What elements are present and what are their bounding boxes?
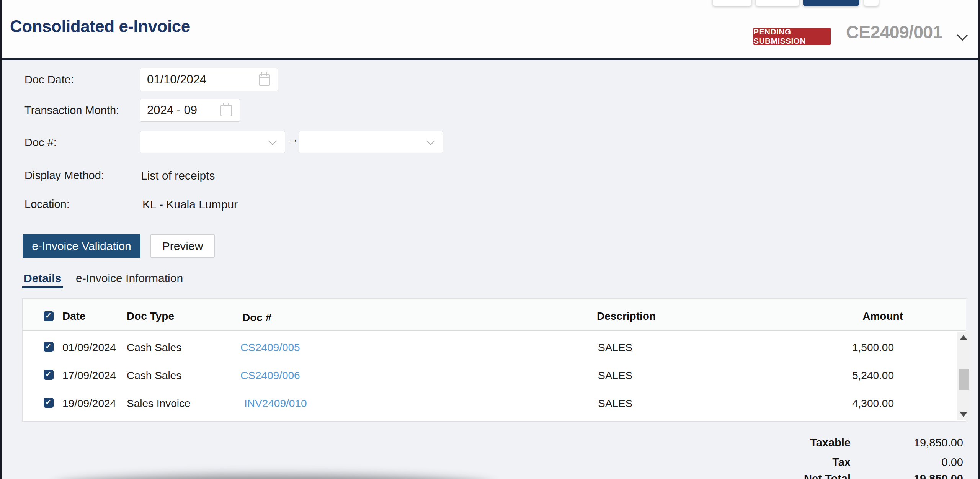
toolbar-button-1[interactable] — [712, 0, 752, 6]
cell-description: SALES — [598, 397, 632, 410]
tab-einvoice-information[interactable]: e-Invoice Information — [76, 272, 183, 285]
document-number: CE2409/001 — [846, 21, 942, 43]
cell-description: SALES — [598, 369, 632, 382]
cell-date: 01/09/2024 — [62, 342, 116, 354]
column-header-date: Date — [62, 310, 86, 322]
chevron-down-icon[interactable] — [957, 30, 968, 41]
arrow-right-icon: → — [287, 132, 299, 145]
bottom-shadow — [54, 476, 494, 479]
display-method-label: Display Method: — [24, 169, 104, 182]
row-checkbox[interactable] — [44, 342, 54, 352]
column-header-doc-no: Doc # — [242, 312, 271, 324]
net-total-label: Net Total — [804, 472, 851, 479]
page-header: Consolidated e-Invoice PENDING SUBMISSIO… — [2, 0, 978, 60]
doc-no-link[interactable]: INV2409/010 — [244, 397, 307, 410]
doc-number-to-select[interactable] — [299, 131, 443, 153]
doc-no-link[interactable]: CS2409/006 — [240, 369, 300, 382]
column-header-amount: Amount — [862, 310, 903, 322]
taxable-value: 19,850.00 — [914, 436, 963, 449]
table-header-row: Date Doc Type Doc # Description Amount — [23, 299, 966, 331]
column-header-doc-type: Doc Type — [127, 310, 174, 322]
chevron-down-icon[interactable] — [426, 137, 435, 145]
window-right-border — [978, 0, 980, 479]
calendar-icon[interactable] — [220, 105, 232, 116]
calendar-icon[interactable] — [259, 74, 270, 86]
einvoice-validation-button[interactable]: e-Invoice Validation — [23, 234, 140, 258]
transaction-month-label: Transaction Month: — [24, 104, 119, 117]
toolbar-primary-button[interactable] — [803, 0, 859, 6]
toolbar-button-2[interactable] — [755, 0, 800, 6]
page-title: Consolidated e-Invoice — [10, 17, 190, 36]
table-row: 17/09/2024 Cash Sales CS2409/006 SALES 5… — [23, 361, 957, 389]
doc-date-input[interactable]: 01/10/2024 — [140, 68, 278, 91]
row-checkbox[interactable] — [44, 398, 54, 408]
cell-doc-type: Sales Invoice — [127, 397, 191, 410]
cell-amount: 4,300.00 — [852, 397, 894, 410]
chevron-down-icon[interactable] — [268, 137, 277, 145]
net-total-value: 19,850.00 — [914, 472, 963, 479]
cell-date: 17/09/2024 — [62, 369, 116, 382]
status-badge: PENDING SUBMISSION — [753, 28, 831, 45]
location-label: Location: — [24, 198, 70, 211]
vertical-scrollbar[interactable] — [957, 332, 970, 420]
transaction-month-value: 2024 - 09 — [147, 103, 197, 117]
doc-date-label: Doc Date: — [24, 74, 74, 86]
row-checkbox[interactable] — [44, 370, 54, 380]
preview-button[interactable]: Preview — [150, 234, 215, 258]
table-row: 19/09/2024 Sales Invoice INV2409/010 SAL… — [23, 389, 957, 417]
table-row: 01/09/2024 Cash Sales CS2409/005 SALES 1… — [23, 333, 957, 361]
doc-number-label: Doc #: — [24, 136, 57, 149]
scroll-up-icon[interactable] — [960, 335, 967, 340]
toolbar-icon-button[interactable] — [864, 0, 879, 6]
doc-number-from-select[interactable] — [140, 131, 285, 153]
tab-details[interactable]: Details — [24, 272, 61, 285]
taxable-label: Taxable — [810, 436, 851, 449]
cell-date: 19/09/2024 — [62, 397, 116, 410]
cell-amount: 1,500.00 — [852, 342, 894, 354]
consolidated-einvoice-page: Consolidated e-Invoice PENDING SUBMISSIO… — [0, 0, 980, 479]
transaction-month-input[interactable]: 2024 - 09 — [140, 99, 240, 122]
cell-amount: 5,240.00 — [852, 369, 894, 382]
doc-date-value: 01/10/2024 — [147, 73, 206, 87]
doc-no-link[interactable]: CS2409/005 — [240, 342, 300, 354]
window-left-border — [0, 0, 2, 479]
scrollbar-thumb[interactable] — [959, 369, 969, 390]
cell-description: SALES — [598, 342, 632, 354]
column-header-description: Description — [597, 310, 656, 322]
details-table: Date Doc Type Doc # Description Amount 0… — [22, 298, 966, 422]
scroll-down-icon[interactable] — [960, 412, 967, 417]
active-tab-underline — [22, 286, 63, 288]
location-value: KL - Kuala Lumpur — [142, 198, 238, 211]
display-method-value: List of receipts — [141, 169, 215, 182]
select-all-checkbox[interactable] — [44, 311, 54, 321]
tax-label: Tax — [832, 456, 851, 469]
cell-doc-type: Cash Sales — [127, 369, 181, 382]
cell-doc-type: Cash Sales — [127, 342, 181, 354]
tax-value: 0.00 — [942, 456, 963, 469]
